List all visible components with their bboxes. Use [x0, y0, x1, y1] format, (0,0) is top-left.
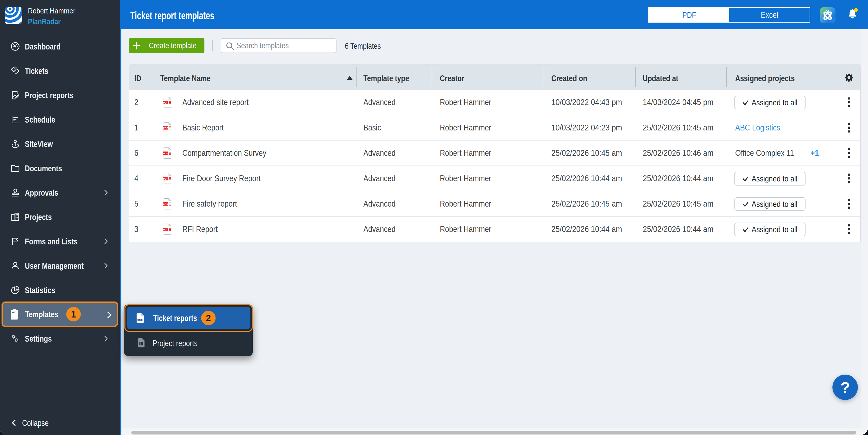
svg-text:PDF: PDF [137, 319, 143, 322]
